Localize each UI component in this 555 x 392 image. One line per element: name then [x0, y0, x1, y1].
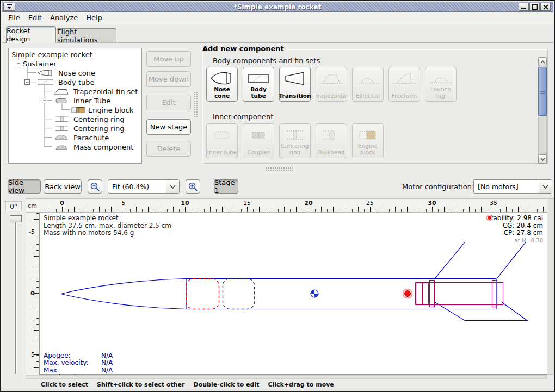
- tab-flight-simulations[interactable]: Flight simulations: [57, 28, 116, 43]
- rocket-view-canvas[interactable]: Simple example rocket Length 37.5 cm, ma…: [39, 213, 547, 375]
- ruler-tick-label: 15: [243, 200, 251, 207]
- rotation-slider-track[interactable]: [15, 217, 16, 374]
- cp-marker: [403, 289, 412, 298]
- motor-configuration-select[interactable]: [No motors]: [473, 179, 552, 194]
- tab-rocket-design[interactable]: Rocket design: [6, 26, 56, 43]
- scrollbar-thumb[interactable]: [538, 67, 547, 116]
- side-view-button[interactable]: Side view: [8, 179, 41, 194]
- scroll-down-button[interactable]: [538, 154, 547, 164]
- add-engine-block-button[interactable]: Engine block: [352, 123, 384, 158]
- ruler-tick-label: 5: [122, 200, 126, 207]
- inner-component-label: Inner component: [213, 113, 273, 121]
- add-coupler-button[interactable]: Coupler: [243, 123, 274, 158]
- tree-item-nose-cone[interactable]: Nose cone: [58, 69, 95, 77]
- canvas-vertical-scrollbar[interactable]: [548, 198, 554, 375]
- tree-item-parachute[interactable]: Parachute: [73, 133, 109, 142]
- add-inner-tube-button[interactable]: Inner tube: [206, 123, 238, 158]
- new-stage-button[interactable]: New stage: [146, 119, 191, 135]
- add-body-tube-button[interactable]: Body tube: [243, 67, 274, 102]
- zoom-level-value: Fit (60.4%): [108, 183, 166, 191]
- tree-item-mass-component[interactable]: Mass component: [73, 142, 133, 151]
- rotation-slider-handle[interactable]: [10, 215, 22, 222]
- chevron-down-icon: [540, 158, 545, 161]
- hint-drag: Click+drag to move: [268, 381, 334, 388]
- add-elliptical-fin-button[interactable]: Elliptical: [352, 67, 384, 102]
- add-centering-ring-button[interactable]: Centering ring: [279, 123, 311, 158]
- rocket-name: Simple example rocket: [44, 215, 171, 222]
- horizontal-splitter-handle[interactable]: [266, 167, 293, 171]
- chevron-up-icon: [540, 60, 545, 64]
- back-view-button[interactable]: Back view: [44, 179, 82, 194]
- tree-item-body-tube[interactable]: Body tube: [58, 78, 95, 86]
- maximize-button[interactable]: [529, 3, 540, 11]
- transition-icon: [282, 70, 307, 88]
- vertical-ruler: -5 0 5: [26, 213, 39, 375]
- cg-marker: [311, 290, 318, 297]
- bulkhead-icon: [319, 126, 344, 145]
- parachute-outline: [187, 279, 219, 309]
- title-bar[interactable]: *Simple example rocket: [2, 2, 553, 12]
- zoom-out-button[interactable]: [88, 179, 102, 194]
- tree-item-centering-ring-1[interactable]: Centering ring: [73, 115, 124, 123]
- tree-item-inner-tube[interactable]: Inner Tube: [73, 96, 110, 105]
- apogee-value: N/A: [101, 352, 113, 359]
- ruler-tick-label: 0: [30, 290, 35, 297]
- rotation-angle-label: 0°: [5, 201, 22, 211]
- component-tree[interactable]: Simple example rocket Sustainer Nose con…: [8, 48, 142, 164]
- close-button[interactable]: [540, 3, 551, 11]
- parachute-icon: [53, 134, 71, 141]
- rocket-drawing[interactable]: [40, 213, 547, 374]
- tree-item-engine-block[interactable]: Engine block: [88, 105, 133, 114]
- menu-help[interactable]: Help: [83, 13, 107, 23]
- add-launch-lug-button[interactable]: Launch lug: [425, 67, 457, 102]
- stage-1-toggle[interactable]: Stage 1: [214, 179, 238, 194]
- vertical-splitter-handle[interactable]: [194, 91, 198, 117]
- add-transition-button[interactable]: Transition: [279, 67, 311, 102]
- trapezoidal-fin-icon: [53, 88, 71, 95]
- add-trapezoidal-fin-button[interactable]: Trapezoidal: [316, 67, 347, 102]
- rocket-mass: Mass with no motors 54.6 g: [44, 229, 171, 237]
- centering-ring-icon: [53, 125, 71, 132]
- add-freeform-fin-button[interactable]: Freeform: [388, 67, 420, 102]
- scroll-up-button[interactable]: [538, 57, 547, 66]
- ruler-tick-label: 35: [490, 200, 497, 207]
- menu-edit[interactable]: Edit: [25, 13, 47, 23]
- body-components-label: Body components and fin sets: [213, 57, 320, 65]
- move-up-button[interactable]: Move up: [146, 51, 191, 67]
- zoom-level-select[interactable]: Fit (60.4%): [108, 179, 180, 194]
- cp-icon: [486, 215, 492, 221]
- centering-ring-icon: [53, 115, 71, 123]
- ruler-tick-label: 5: [31, 351, 35, 358]
- add-bulkhead-button[interactable]: Bulkhead: [316, 123, 347, 158]
- upper-fin: [435, 242, 526, 279]
- motor-configuration-label: Motor configuration:: [402, 183, 474, 191]
- minimize-button[interactable]: [519, 3, 529, 11]
- move-down-button[interactable]: Move down: [146, 71, 191, 87]
- canvas-horizontal-scrollbar[interactable]: [26, 375, 547, 379]
- body-tube-icon: [246, 70, 271, 86]
- delete-button[interactable]: Delete: [146, 141, 191, 157]
- window-title: *Simple example rocket: [2, 3, 553, 11]
- zoom-in-button[interactable]: [186, 179, 200, 194]
- tree-item-trapezoidal-fin-set[interactable]: Trapezoidal fin set: [73, 87, 138, 96]
- ruler-tick-label: 10: [181, 200, 189, 207]
- edit-button[interactable]: Edit: [146, 95, 191, 110]
- app-window: *Simple example rocket File Edit Analyze…: [0, 0, 555, 392]
- centering-ring-icon: [282, 126, 307, 143]
- tree-item-centering-ring-2[interactable]: Centering ring: [73, 124, 124, 133]
- engine-block-icon: [355, 126, 380, 143]
- menu-bar: File Edit Analyze Help: [2, 12, 553, 23]
- add-nose-cone-button[interactable]: Nose cone: [206, 67, 238, 102]
- tree-item-sustainer[interactable]: Sustainer: [23, 59, 57, 68]
- coupler-icon: [246, 126, 271, 145]
- ruler-tick-label: 0: [60, 200, 64, 207]
- max-velocity-value: N/A: [101, 359, 113, 366]
- tab-divider: [2, 42, 553, 43]
- elliptical-fin-icon: [355, 70, 380, 88]
- ruler-tick-label: -5: [29, 228, 35, 235]
- launch-lug-icon: [428, 70, 453, 86]
- menu-analyze[interactable]: Analyze: [47, 13, 83, 23]
- tree-item-rocket[interactable]: Simple example rocket: [11, 50, 92, 59]
- menu-file[interactable]: File: [5, 13, 25, 23]
- ruler-unit-label: cm: [26, 198, 39, 213]
